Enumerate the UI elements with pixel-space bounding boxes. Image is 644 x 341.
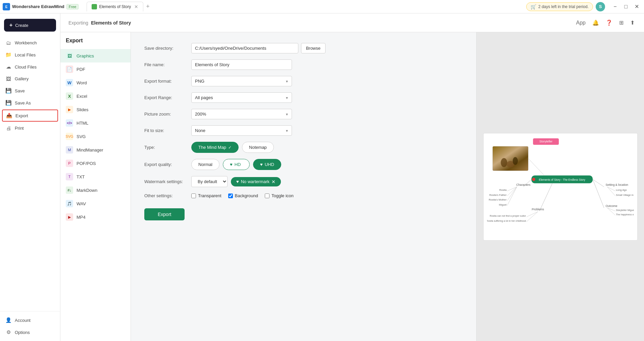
export-format-excel[interactable]: X Excel xyxy=(60,89,131,103)
export-format-word[interactable]: W Word xyxy=(60,76,131,89)
background-label: Background xyxy=(235,193,258,198)
picture-zoom-select[interactable]: 200% 100% 150% 300% xyxy=(191,109,292,119)
type-mindmap-label: The Mind Map xyxy=(198,145,226,150)
sidebar-item-account[interactable]: 👤 Account xyxy=(0,314,60,326)
add-tab-button[interactable]: + xyxy=(145,3,151,10)
sidebar-item-cloud-files[interactable]: ☁ Cloud Files xyxy=(0,61,60,73)
svg-line-17 xyxy=(607,187,615,191)
free-badge: Free xyxy=(66,4,79,9)
type-label: Type: xyxy=(144,145,191,150)
notification-icon[interactable]: 🔔 xyxy=(591,18,600,27)
html-label: HTML xyxy=(77,121,88,126)
sidebar-bottom: 👤 Account ⚙ Options xyxy=(0,311,60,338)
suffering-node: Rosita suffering a lot in her childhood xyxy=(487,219,526,222)
mp4-icon: ▶ xyxy=(66,213,73,221)
picture-zoom-row: Picture zoom: 200% 100% 150% 300% xyxy=(144,109,463,119)
sidebar-item-gallery[interactable]: 🖼 Gallery xyxy=(0,73,60,85)
type-mindmap-button[interactable]: The Mind Map xyxy=(191,142,239,153)
save-label: Save xyxy=(15,88,25,93)
file-name-input[interactable] xyxy=(191,59,292,70)
save-directory-input[interactable] xyxy=(191,43,298,53)
transparent-checkbox-label[interactable]: Transparent xyxy=(191,193,221,198)
cloud-files-icon: ☁ xyxy=(5,64,11,70)
save-as-icon: 💾 xyxy=(5,100,11,106)
sidebar-item-local-files[interactable]: 📁 Local Files xyxy=(0,49,60,61)
export-format-select[interactable]: PNG JPG SVG BMP xyxy=(191,76,292,86)
minimize-button[interactable]: − xyxy=(610,2,620,11)
sidebar-item-save[interactable]: 💾 Save xyxy=(0,85,60,97)
pdf-label: PDF xyxy=(77,67,85,72)
export-format-txt[interactable]: T TXT xyxy=(60,170,131,183)
inner-content: Export 🖼 Graphics 📄 PDF W Word xyxy=(60,32,644,341)
export-format-wav[interactable]: 🎵 WAV xyxy=(60,197,131,210)
export-format-mindmanager[interactable]: M MindManager xyxy=(60,143,131,157)
toggle-icon-checkbox-label[interactable]: Toggle icon xyxy=(265,193,294,198)
type-notemap-button[interactable]: Notemap xyxy=(242,142,274,153)
wav-icon: 🎵 xyxy=(66,200,73,207)
export-format-markdown[interactable]: #↓ MarkDown xyxy=(60,183,131,197)
slides-icon: ▶ xyxy=(66,106,73,113)
watermark-select[interactable]: By default Custom xyxy=(191,176,228,187)
pof-label: POF/POS xyxy=(77,161,96,166)
app-button[interactable]: App xyxy=(575,18,587,27)
save-directory-row: Save directory: Browse xyxy=(144,43,463,53)
share-icon[interactable]: ⬆ xyxy=(629,18,636,27)
content-header: Exporting Elements of Story App 🔔 ❓ ⊞ ⬆ xyxy=(60,13,644,32)
export-range-select[interactable]: All pages Current page xyxy=(191,92,292,103)
close-button[interactable]: ✕ xyxy=(632,2,641,11)
transparent-checkbox[interactable] xyxy=(191,194,196,198)
svg-line-18 xyxy=(607,187,615,196)
account-label: Account xyxy=(15,318,31,323)
background-checkbox-label[interactable]: Background xyxy=(228,193,258,198)
background-checkbox[interactable] xyxy=(228,194,233,198)
export-submit-button[interactable]: Export xyxy=(144,208,185,220)
setting-node: Setting & location xyxy=(605,183,628,186)
options-label: Options xyxy=(15,330,30,335)
export-format-list: 🖼 Graphics 📄 PDF W Word X Excel xyxy=(60,49,131,224)
markdown-label: MarkDown xyxy=(77,188,97,193)
tab-close-icon[interactable]: ✕ xyxy=(134,4,138,9)
type-row: Type: The Mind Map Notemap xyxy=(144,142,463,153)
export-format-pdf[interactable]: 📄 PDF xyxy=(60,62,131,76)
export-format-slides[interactable]: ▶ Slides xyxy=(60,103,131,116)
markdown-icon: #↓ xyxy=(66,186,73,194)
export-format-html[interactable]: </> HTML xyxy=(60,116,131,130)
user-avatar[interactable]: S xyxy=(596,2,605,11)
svg-line-21 xyxy=(607,208,615,215)
browse-button[interactable]: Browse xyxy=(301,43,326,53)
export-format-pof[interactable]: P POF/POS xyxy=(60,157,131,170)
sidebar-item-options[interactable]: ⚙ Options xyxy=(0,326,60,338)
file-name-label: File name: xyxy=(144,62,191,67)
quality-normal-button[interactable]: Normal xyxy=(191,159,219,170)
fit-to-size-control: None A4 A3 xyxy=(191,125,292,136)
content-area: Exporting Elements of Story App 🔔 ❓ ⊞ ⬆ … xyxy=(60,13,644,341)
fit-to-size-label: Fit to size: xyxy=(144,128,191,133)
svg-text:E: E xyxy=(5,5,8,9)
quality-uhd-button[interactable]: ♥ UHD xyxy=(253,159,281,170)
export-format-svg[interactable]: SVG SVG xyxy=(60,130,131,143)
uhd-heart-icon: ♥ xyxy=(260,162,263,167)
toggle-icon-checkbox[interactable] xyxy=(265,194,269,198)
quality-normal-label: Normal xyxy=(198,162,212,167)
export-format-graphics[interactable]: 🖼 Graphics xyxy=(60,49,131,62)
mindmanager-label: MindManager xyxy=(77,147,103,153)
export-format-label: Export format: xyxy=(144,79,191,84)
restore-button[interactable]: □ xyxy=(621,2,631,11)
quality-hd-button[interactable]: ♥ HD xyxy=(223,159,250,170)
quality-label: Export quality: xyxy=(144,162,191,167)
preview-box: Storyteller xyxy=(483,133,638,241)
sidebar-item-print[interactable]: 🖨 Print xyxy=(0,122,60,134)
export-form: Save directory: Browse File name: xyxy=(131,32,476,341)
watermark-close-button[interactable]: ✕ xyxy=(271,179,276,184)
grid-icon[interactable]: ⊞ xyxy=(618,18,625,27)
sidebar-item-workbench[interactable]: 🗂 Workbench xyxy=(0,37,60,49)
fit-to-size-select[interactable]: None A4 A3 xyxy=(191,125,292,136)
sidebar-item-save-as[interactable]: 💾 Save As xyxy=(0,97,60,109)
document-title: Elements of Story xyxy=(91,20,131,26)
create-button[interactable]: + Create xyxy=(4,19,56,32)
wav-label: WAV xyxy=(77,201,86,206)
help-icon[interactable]: ❓ xyxy=(604,18,614,27)
export-format-mp4[interactable]: ▶ MP4 xyxy=(60,210,131,224)
tab-elements-of-story[interactable]: Elements of Story ✕ xyxy=(87,2,143,11)
sidebar-item-export[interactable]: 📤 Export xyxy=(2,110,58,122)
